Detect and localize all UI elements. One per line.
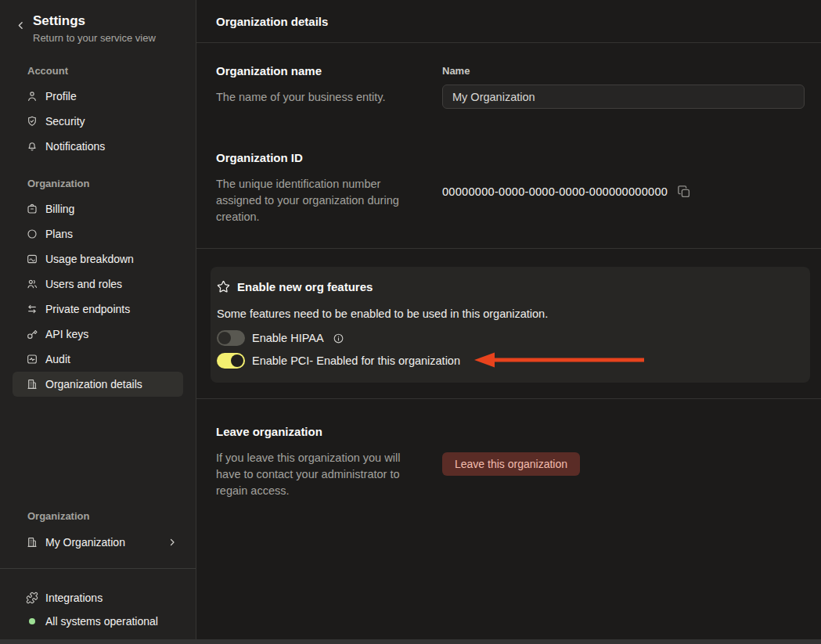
leave-organization-button[interactable]: Leave this organization — [442, 452, 580, 476]
sidebar-item-label: Security — [45, 115, 85, 128]
section-label-account: Account — [27, 65, 183, 77]
card-title: Enable new org features — [237, 280, 373, 293]
page-title-bar: Organization details — [196, 0, 821, 43]
name-field-label: Name — [442, 65, 805, 77]
sidebar-item-private-endpoints[interactable]: Private endpoints — [13, 297, 183, 322]
account-nav: Profile Security Notifications — [0, 84, 196, 159]
building-icon — [26, 378, 38, 390]
window-bottom-edge — [0, 639, 821, 644]
section-title: Organization name — [216, 65, 442, 77]
key-icon — [26, 328, 38, 340]
sidebar-item-billing[interactable]: Billing — [13, 196, 183, 221]
current-organization-name: My Organization — [45, 536, 125, 549]
sidebar-item-organization-details[interactable]: Organization details — [13, 372, 183, 397]
pci-toggle[interactable] — [217, 353, 245, 369]
bell-icon — [26, 140, 38, 153]
page-title: Organization details — [216, 15, 328, 28]
billing-icon — [26, 203, 38, 215]
organization-details-panel: Organization details Organization name T… — [196, 0, 821, 644]
section-title: Organization ID — [216, 152, 442, 164]
section-label-organization-bottom: Organization — [27, 510, 183, 522]
pci-toggle-label: Enable PCI- Enabled for this organizatio… — [252, 354, 460, 367]
section-description: The unique identification number assigne… — [216, 176, 413, 225]
sidebar-item-label: Organization details — [45, 378, 142, 390]
section-description: The name of your business entity. — [216, 89, 413, 106]
sidebar-item-security[interactable]: Security — [13, 109, 183, 134]
section-label-organization: Organization — [27, 178, 183, 189]
section-description: If you leave this organization you will … — [216, 450, 413, 499]
sidebar-bottom: Organization My Organization Integration… — [0, 510, 196, 644]
sidebar-item-plans[interactable]: Plans — [13, 221, 183, 246]
organization-switcher[interactable]: My Organization — [13, 530, 183, 555]
sidebar-item-label: Private endpoints — [45, 303, 130, 315]
integrations-label: Integrations — [45, 592, 103, 604]
sidebar-item-label: Billing — [45, 203, 74, 215]
sidebar-item-label: API keys — [45, 328, 88, 340]
sidebar-item-notifications[interactable]: Notifications — [13, 134, 183, 159]
leave-organization-section: Leave organization If you leave this org… — [216, 426, 805, 499]
organization-nav: Billing Plans Usage breakdown Users and … — [0, 196, 196, 397]
pci-toggle-row: Enable PCI- Enabled for this organizatio… — [217, 353, 794, 369]
shield-check-icon — [26, 115, 38, 128]
copy-icon[interactable] — [677, 185, 691, 199]
card-description: Some features need to be enabled to be u… — [217, 308, 794, 320]
enable-features-card: Enable new org features Some features ne… — [211, 267, 810, 383]
organization-name-input[interactable] — [442, 85, 805, 109]
organization-name-section: Organization name The name of your busin… — [216, 43, 805, 109]
sidebar-item-label: Plans — [45, 228, 73, 240]
content-divider — [196, 248, 821, 249]
hipaa-toggle-label: Enable HIPAA — [252, 332, 324, 344]
sidebar-item-api-keys[interactable]: API keys — [13, 322, 183, 347]
sidebar-item-label: Usage breakdown — [45, 253, 134, 265]
settings-sidebar: Settings Return to your service view Acc… — [0, 0, 196, 644]
content-divider — [196, 398, 821, 399]
organization-id-value: 00000000-0000-0000-0000-000000000000 — [442, 185, 668, 198]
status-label: All systems operational — [45, 615, 158, 628]
sidebar-item-profile[interactable]: Profile — [13, 84, 183, 109]
section-title: Leave organization — [216, 426, 442, 437]
activity-icon — [26, 353, 38, 365]
usage-chart-icon — [26, 253, 38, 265]
sidebar-header: Settings Return to your service view — [0, 0, 196, 44]
star-icon — [217, 280, 230, 293]
organization-id-section: Organization ID The unique identificatio… — [216, 152, 805, 225]
back-chevron-icon[interactable] — [16, 20, 26, 44]
info-icon[interactable] — [333, 333, 344, 344]
sidebar-title: Settings — [33, 13, 156, 29]
sidebar-item-audit[interactable]: Audit — [13, 347, 183, 372]
sidebar-item-label: Users and roles — [45, 278, 122, 290]
sidebar-item-usage-breakdown[interactable]: Usage breakdown — [13, 246, 183, 272]
puzzle-icon — [26, 592, 38, 604]
sidebar-item-label: Notifications — [45, 140, 105, 153]
sidebar-item-label: Profile — [45, 90, 77, 103]
user-icon — [26, 90, 38, 103]
hipaa-toggle-row: Enable HIPAA — [217, 330, 794, 346]
swap-arrows-icon — [26, 303, 38, 315]
status-dot-icon — [29, 618, 35, 624]
sidebar-subtitle[interactable]: Return to your service view — [33, 32, 156, 44]
users-icon — [26, 278, 38, 290]
sidebar-divider — [0, 568, 196, 569]
building-icon — [26, 536, 38, 549]
sidebar-item-label: Audit — [45, 353, 70, 365]
integrations-link[interactable]: Integrations — [13, 586, 183, 610]
circle-icon — [26, 228, 38, 240]
chevron-right-icon — [167, 538, 177, 547]
hipaa-toggle[interactable] — [217, 330, 245, 346]
system-status-link[interactable]: All systems operational — [13, 610, 183, 633]
sidebar-item-users-and-roles[interactable]: Users and roles — [13, 272, 183, 297]
